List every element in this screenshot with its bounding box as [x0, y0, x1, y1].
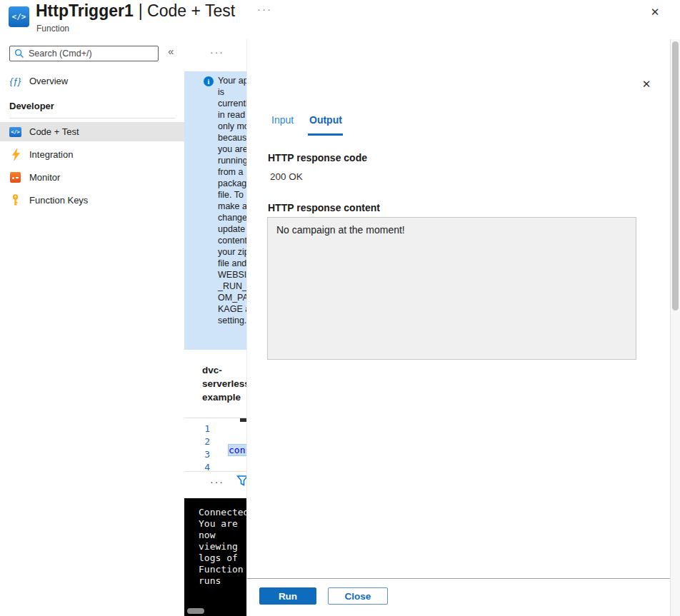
- tab-output[interactable]: Output: [309, 114, 342, 126]
- search-icon: [14, 49, 24, 61]
- blade-scrollbar-thumb[interactable]: [672, 41, 679, 310]
- function-menu-sidebar: « {ƒ} Overview Developer </> Code + Test…: [0, 39, 184, 616]
- editor-line-numbers: 1 2 3 4: [184, 423, 214, 472]
- blade-scrollbar[interactable]: [670, 39, 680, 616]
- response-content-label: HTTP response content: [268, 202, 380, 213]
- sidebar-item-label: Function Keys: [29, 195, 88, 206]
- page-subtitle: Function: [36, 24, 69, 34]
- close-button[interactable]: Close: [328, 587, 388, 605]
- log-console: Connected! You are now viewing logs of F…: [184, 498, 246, 616]
- sidebar-search: [9, 46, 159, 61]
- key-icon: [9, 194, 21, 206]
- code-editor[interactable]: 1 2 3 4 const module: [184, 418, 246, 472]
- console-hscrollbar-thumb[interactable]: [187, 608, 204, 614]
- blade-more-menu[interactable]: ···: [257, 3, 272, 15]
- readonly-banner-text: Your app is currently in read only mode …: [218, 75, 246, 326]
- log-console-text: Connected! You are now viewing logs of F…: [199, 507, 246, 587]
- function-name: HttpTrigger1: [36, 1, 134, 20]
- readonly-info-banner: i Your app is currently in read only mod…: [184, 71, 246, 350]
- run-button[interactable]: Run: [259, 587, 316, 605]
- logs-toolbar-more[interactable]: ···: [210, 476, 224, 488]
- tab-input[interactable]: Input: [271, 114, 294, 126]
- sidebar-section-developer: Developer: [9, 101, 54, 111]
- line-number: 4: [184, 461, 210, 472]
- function-app-icon: </>: [9, 6, 29, 27]
- pane-toolbar-more[interactable]: ···: [210, 46, 224, 58]
- line-number: 1: [184, 423, 210, 435]
- sidebar-item-label: Overview: [29, 76, 68, 86]
- sidebar-item-label: Code + Test: [29, 126, 79, 137]
- response-content-textarea[interactable]: No campaign at the moment!: [267, 217, 636, 360]
- app-name-wrap: dvc-serverless example: [184, 362, 246, 409]
- azure-function-code-test-blade: </> HttpTrigger1| Code + Test Function ·…: [0, 0, 680, 616]
- sidebar-item-overview[interactable]: {ƒ} Overview: [0, 71, 184, 91]
- collapse-sidebar-button[interactable]: «: [168, 45, 174, 57]
- blade-name: | Code + Test: [139, 1, 235, 20]
- panel-footer-divider: [247, 578, 671, 579]
- sidebar-item-integration[interactable]: Integration: [0, 145, 184, 164]
- editor-minimap-handle[interactable]: [240, 418, 246, 422]
- line-number: 3: [184, 448, 210, 461]
- code-test-icon: </>: [9, 126, 21, 138]
- keyword-const: const: [229, 445, 246, 455]
- sidebar-item-code-test[interactable]: </> Code + Test: [0, 122, 184, 141]
- test-result-panel: ✕ Input Output HTTP response code 200 OK…: [246, 39, 670, 616]
- search-input[interactable]: [9, 46, 159, 61]
- response-code-value: 200 OK: [270, 171, 303, 182]
- integration-lightning-icon: [9, 148, 21, 161]
- active-tab-underline: [308, 133, 343, 136]
- sidebar-item-function-keys[interactable]: Function Keys: [0, 191, 184, 210]
- response-code-label: HTTP response code: [268, 152, 367, 163]
- section-divider: [9, 118, 175, 118]
- sidebar-item-label: Monitor: [29, 172, 60, 183]
- monitor-icon: [9, 171, 21, 183]
- line-number: 2: [184, 435, 210, 448]
- app-name-label: dvc-serverless example: [202, 363, 246, 404]
- editor-code: const module: [229, 423, 246, 472]
- blade-header: </> HttpTrigger1| Code + Test Function ·…: [0, 0, 680, 39]
- blade-close-icon[interactable]: ✕: [647, 4, 663, 20]
- sidebar-item-monitor[interactable]: Monitor: [0, 168, 184, 187]
- page-title: HttpTrigger1| Code + Test: [36, 1, 235, 21]
- info-icon: i: [204, 76, 214, 86]
- panel-close-icon[interactable]: ✕: [639, 76, 654, 92]
- overview-icon: {ƒ}: [9, 75, 21, 87]
- sidebar-item-label: Integration: [29, 149, 73, 160]
